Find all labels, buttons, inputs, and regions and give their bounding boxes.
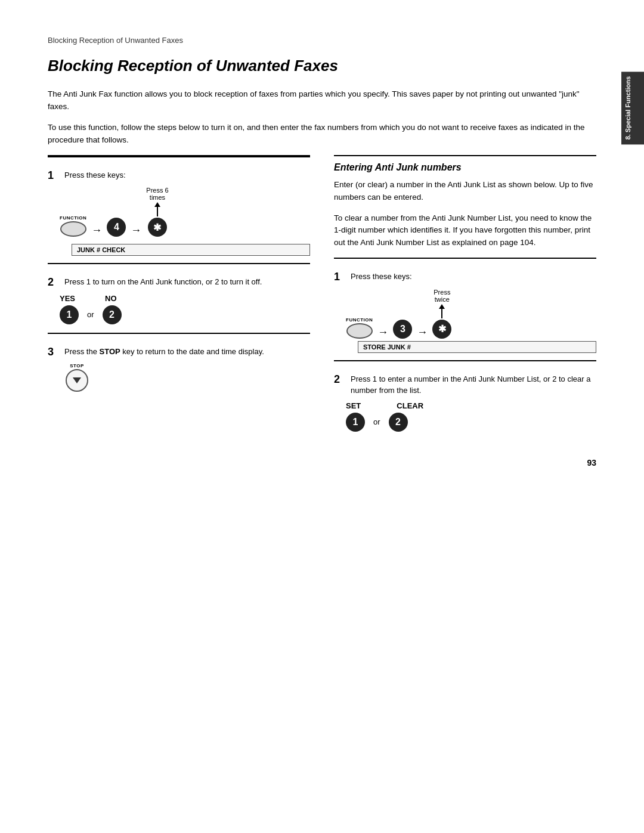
function-label-left: FUNCTION [60, 215, 86, 221]
yes-label: YES [60, 294, 75, 303]
left-step-3-text: Press the STOP key to return to the date… [64, 346, 310, 358]
side-tab-text: 8. Special Functions [624, 76, 631, 140]
press-times-label2: times [150, 194, 165, 201]
page-number: 93 [48, 458, 596, 467]
intro-paragraph-1: The Anti Junk Fax function allows you to… [48, 88, 596, 113]
left-step-1-header: 1 Press these keys: [48, 163, 310, 182]
key-4-left: 4 [107, 218, 126, 237]
function-key-left [60, 221, 86, 237]
no-label: NO [105, 294, 117, 303]
two-column-layout: 1 Press these keys: FUNCTION → 4 → [48, 155, 596, 440]
yes-no-keys: 1 or 2 [60, 305, 310, 324]
junk-check-label-box: JUNK # CHECK [72, 244, 310, 256]
left-step-3-number: 3 [48, 346, 60, 359]
star-key-left: ✱ [148, 218, 167, 237]
breadcrumb: Blocking Reception of Unwanted Faxes [48, 36, 596, 45]
press-twice-label: Press [434, 289, 450, 296]
key-3-right: 3 [393, 320, 412, 339]
function-key-group-left: FUNCTION [60, 215, 86, 237]
arrow-1-right: → [377, 326, 388, 339]
left-step-3-header: 3 Press the STOP key to return to the da… [48, 340, 310, 359]
right-step-2-header: 2 Press 1 to enter a number in the Anti … [334, 367, 596, 397]
up-arrow-head-right [439, 304, 445, 309]
press-times-annotation: Press 6 times [146, 187, 168, 201]
right-body-p2: To clear a number from the Anti Junk Num… [334, 212, 596, 250]
right-step-1: 1 Press these keys: FUNCTION → 3 → [334, 258, 596, 353]
star-key-right: ✱ [432, 320, 451, 339]
right-step-1-text: Press these keys: [351, 271, 596, 283]
up-connector-left [154, 202, 160, 216]
right-step-2: 2 Press 1 to enter a number in the Anti … [334, 360, 596, 432]
store-junk-label-group: STORE JUNK # [358, 341, 596, 353]
arrow-1-left: → [91, 224, 102, 237]
stop-label: STOP [70, 363, 84, 368]
key-2-left: 2 [103, 305, 122, 324]
up-connector-right [439, 304, 445, 318]
up-arrow-line-right [441, 309, 442, 318]
or-text-left: or [87, 310, 94, 319]
left-step-1-text: Press these keys: [64, 169, 310, 181]
function-label-right: FUNCTION [346, 317, 373, 323]
right-step-1-header: 1 Press these keys: [334, 265, 596, 284]
store-junk-label-box: STORE JUNK # [358, 341, 596, 353]
left-step-1: 1 Press these keys: FUNCTION → 4 → [48, 156, 310, 256]
right-step-1-diagram: FUNCTION → 3 → Press twice [346, 289, 596, 339]
stop-key [66, 369, 88, 392]
press-twice-label2: twice [435, 296, 450, 303]
press-twice-annotation: Press twice [434, 289, 450, 303]
page-title: Blocking Reception of Unwanted Faxes [48, 57, 596, 75]
right-column: Entering Anti Junk numbers Enter (or cle… [334, 155, 596, 440]
breadcrumb-text: Blocking Reception of Unwanted Faxes [48, 36, 183, 45]
left-step-2-text: Press 1 to turn on the Anti Junk functio… [64, 276, 310, 288]
stop-key-group: STOP [66, 363, 310, 392]
left-step-1-number: 1 [48, 169, 60, 182]
yes-no-labels: YES NO [60, 294, 310, 303]
up-arrow-head-left [154, 202, 160, 207]
stop-triangle-icon [73, 377, 81, 383]
right-step-2-text: Press 1 to enter a number in the Anti Ju… [351, 373, 596, 397]
stop-key-labeled: STOP [66, 363, 88, 392]
right-step-2-number: 2 [334, 373, 346, 386]
set-clear-keys: 1 or 2 [346, 413, 596, 432]
set-label: SET [346, 401, 361, 410]
left-step-2-number: 2 [48, 276, 60, 289]
up-arrow-line-left [157, 207, 158, 216]
star-annotation-group-left: Press 6 times ✱ [146, 187, 168, 237]
or-text-right: or [373, 417, 380, 426]
right-step-1-number: 1 [334, 271, 346, 284]
function-key-group-right: FUNCTION [346, 317, 373, 339]
key-2-right: 2 [389, 413, 408, 432]
side-tab: 8. Special Functions [621, 72, 644, 144]
left-step-2-header: 2 Press 1 to turn on the Anti Junk funct… [48, 270, 310, 289]
stop-bold: STOP [100, 347, 120, 356]
right-section-heading: Entering Anti Junk numbers [334, 156, 596, 173]
right-body-p1: Enter (or clear) a number in the Anti Ju… [334, 179, 596, 204]
function-key-right [346, 323, 373, 339]
left-step-2: 2 Press 1 to turn on the Anti Junk funct… [48, 263, 310, 324]
key-1-left: 1 [60, 305, 79, 324]
arrow-2-left: → [131, 224, 141, 237]
clear-label: CLEAR [397, 401, 423, 410]
intro-paragraph-2: To use this function, follow the steps b… [48, 122, 596, 147]
junk-check-label-group: JUNK # CHECK [72, 244, 310, 256]
arrow-2-right: → [417, 326, 428, 339]
left-column: 1 Press these keys: FUNCTION → 4 → [48, 155, 310, 440]
star-annotation-group-right: Press twice ✱ [432, 289, 451, 339]
press-times-label: Press 6 [146, 187, 168, 194]
key-1-right: 1 [346, 413, 365, 432]
set-clear-labels: SET CLEAR [346, 401, 596, 410]
left-step-3: 3 Press the STOP key to return to the da… [48, 333, 310, 392]
